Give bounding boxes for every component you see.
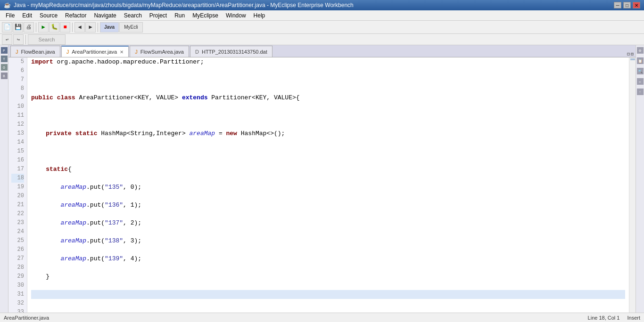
tab-maximize-icon[interactable]: ⊞ (631, 51, 634, 57)
left-sidebar: P T O B (0, 45, 8, 313)
tab-flowbean-label: FlowBean.java (21, 49, 55, 55)
menu-myeclipse[interactable]: MyEclipse (189, 10, 222, 20)
line-numbers: 5 6 7 8 9 10 11 12 13 14 15 16 17 18 19 … (8, 57, 27, 313)
code-content[interactable]: import org.apache.hadoop.mapreduce.Parti… (27, 57, 629, 313)
toolbar-perspective-group: Java MyEcli (100, 22, 143, 32)
tab-minimize-icon[interactable]: ⊟ (627, 51, 630, 57)
menu-edit[interactable]: Edit (18, 10, 36, 20)
right-sidebar-icon5[interactable]: ↑ (637, 89, 644, 95)
title-text: Java - myMapReduce/src/main/java/zhouls/… (14, 2, 354, 8)
status-bar: AreaPartitioner.java Line 18, Col 1 Inse… (0, 313, 644, 322)
menu-search[interactable]: Search (120, 10, 146, 20)
right-sidebar: ⚙ 📋 🔍 ✏ ↑ (636, 45, 644, 313)
tab-flowbean-icon: J (16, 49, 18, 55)
tab-areapartitioner[interactable]: J AreaPartitioner.java ✕ (61, 46, 129, 57)
myeclipse-perspective[interactable]: MyEcli (119, 22, 143, 32)
menu-file[interactable]: File (2, 10, 18, 20)
minimize-button[interactable]: ─ (614, 2, 621, 8)
sidebar-outline-icon[interactable]: O (1, 64, 8, 71)
maximize-button[interactable]: □ (623, 2, 631, 8)
tab-http[interactable]: D HTTP_20130313143750.dat (190, 46, 272, 57)
print-button[interactable]: 🖨 (24, 22, 34, 32)
menu-window[interactable]: Window (222, 10, 250, 20)
close-button[interactable]: ✕ (633, 2, 640, 8)
menu-source[interactable]: Source (36, 10, 61, 20)
tab-http-icon: D (195, 49, 199, 55)
status-insert-mode: Insert (627, 315, 640, 321)
code-editor[interactable]: 5 6 7 8 9 10 11 12 13 14 15 16 17 18 19 … (8, 57, 636, 313)
sep2 (72, 23, 73, 32)
tab-flowsumarea[interactable]: J FlowSumArea.java (130, 46, 189, 57)
redo-button[interactable]: ↪ (13, 34, 24, 45)
title-bar: ☕ Java - myMapReduce/src/main/java/zhoul… (0, 0, 644, 10)
status-text: AreaPartitioner.java (4, 315, 49, 321)
menu-bar: File Edit Source Refactor Navigate Searc… (0, 10, 644, 21)
right-sidebar-icon3[interactable]: 🔍 (637, 68, 644, 74)
search-bar[interactable]: Search (28, 34, 66, 45)
menu-navigate[interactable]: Navigate (90, 10, 120, 20)
tab-bar: J FlowBean.java J AreaPartitioner.java ✕… (8, 45, 636, 57)
debug-button[interactable]: 🐛 (49, 22, 59, 32)
toolbar-run-group: ▶ 🐛 ■ (38, 22, 70, 32)
tab-flowsumarea-label: FlowSumArea.java (140, 49, 184, 55)
sidebar-bookmark-icon[interactable]: B (1, 72, 8, 79)
title-bar-left: ☕ Java - myMapReduce/src/main/java/zhoul… (4, 2, 354, 8)
run-button[interactable]: ▶ (38, 22, 49, 32)
menu-refactor[interactable]: Refactor (61, 10, 90, 20)
right-sidebar-icon4[interactable]: ✏ (637, 78, 644, 85)
java-perspective[interactable]: Java (100, 22, 119, 32)
right-sidebar-icon2[interactable]: 📋 (637, 57, 644, 64)
scroll-marker (630, 58, 635, 60)
tab-flowsumarea-icon: J (135, 49, 138, 55)
tab-http-label: HTTP_20130313143750.dat (202, 49, 267, 55)
toolbar-main: 📄 💾 🖨 ▶ 🐛 ■ ◀ ▶ Java MyEcli (0, 21, 644, 34)
toolbar-nav-group: ◀ ▶ (74, 22, 96, 32)
status-line-col: Line 18, Col 1 (588, 315, 620, 321)
stop-button[interactable]: ■ (60, 22, 70, 32)
right-sidebar-icon1[interactable]: ⚙ (637, 47, 644, 54)
tab-areapartitioner-label: AreaPartitioner.java (72, 49, 117, 55)
main-layout: P T O B J FlowBean.java J AreaPartitione… (0, 45, 644, 313)
tab-controls: ⊟ ⊞ (627, 51, 636, 57)
sep1 (36, 23, 36, 32)
title-bar-controls: ─ □ ✕ (614, 2, 640, 8)
tab-areapartitioner-icon: J (66, 49, 69, 55)
tab-flowbean[interactable]: J FlowBean.java (10, 46, 60, 57)
sep4 (25, 35, 26, 44)
menu-run[interactable]: Run (171, 10, 189, 20)
tab-areapartitioner-close[interactable]: ✕ (120, 49, 124, 55)
undo-button[interactable]: ↩ (2, 34, 12, 45)
app-icon: ☕ (4, 2, 11, 8)
editor-area: J FlowBean.java J AreaPartitioner.java ✕… (8, 45, 636, 313)
sidebar-type-icon[interactable]: T (1, 56, 8, 62)
menu-help[interactable]: Help (250, 10, 269, 20)
forward-button[interactable]: ▶ (85, 22, 96, 32)
menu-project[interactable]: Project (146, 10, 171, 20)
sidebar-pkg-icon[interactable]: P (1, 47, 8, 54)
save-button[interactable]: 💾 (13, 22, 23, 32)
sep3 (98, 23, 98, 32)
toolbar-secondary: ↩ ↪ Search (0, 34, 644, 45)
new-button[interactable]: 📄 (2, 22, 12, 32)
back-button[interactable]: ◀ (74, 22, 85, 32)
scroll-overview[interactable] (629, 57, 636, 313)
toolbar-file-group: 📄 💾 🖨 (2, 22, 34, 32)
